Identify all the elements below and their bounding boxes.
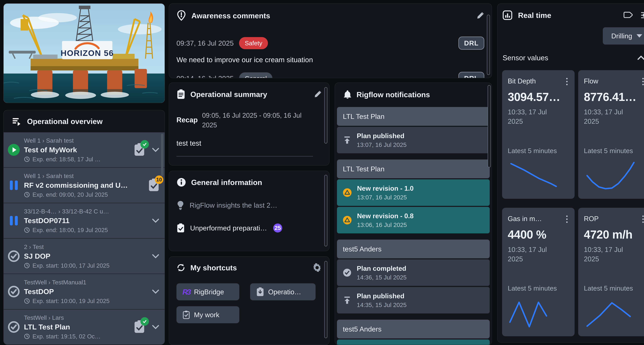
notification-title: Plan published — [357, 292, 406, 300]
chevron-down-icon — [152, 219, 159, 223]
edit-pencil-icon[interactable] — [314, 90, 322, 98]
gear-icon[interactable] — [312, 263, 322, 272]
item-meta: Exp. start: 19:15, 02 Oc… — [24, 333, 133, 340]
notification-title: Plan completed — [357, 265, 406, 272]
scrollbar[interactable] — [488, 85, 491, 167]
sensor-value: 3094.57… — [508, 90, 569, 104]
tune-sliders-icon[interactable] — [640, 10, 644, 20]
section-label: Sensor values — [502, 53, 548, 62]
expand-chevron[interactable] — [150, 219, 161, 223]
kebab-menu-icon[interactable] — [565, 77, 569, 86]
scrollbar[interactable] — [324, 87, 328, 144]
my-work-shortcut-button[interactable]: My work — [176, 306, 239, 323]
sensor-card: Bit Depth 3094.57… 10:33, 17 Jul 2025 La… — [502, 70, 574, 199]
list-item[interactable]: TestWell › TestManual1 TestDOP Exp. star… — [4, 274, 164, 309]
item-title: LTL Test Plan — [24, 323, 133, 331]
shortcuts-header: My shortcuts — [176, 263, 322, 272]
awareness-comments-panel: Awareness comments 09:37, 16 Jul 2025 Sa… — [169, 3, 492, 78]
sensor-timestamp: 10:33, 17 Jul 2025 — [508, 245, 560, 264]
item-meta: Exp. end: 18:58, 17 Jul … — [24, 156, 133, 163]
notification-group-header: test5 Anders — [337, 320, 490, 339]
panel-title: Rigflow notifications — [356, 90, 430, 99]
notification-item[interactable]: New revision - 0.8 13:06, 16 Jul 2025 — [337, 207, 490, 233]
notification-time: 14:35, 15 Jul 2025 — [357, 301, 406, 309]
notification-item[interactable]: Plan published 14:35, 15 Jul 2025 — [337, 287, 490, 314]
divider — [176, 156, 313, 157]
insights-row[interactable]: RigFlow insights the last 2… — [176, 201, 322, 210]
sensor-group-select[interactable]: Drilling — [603, 27, 644, 44]
info-icon — [176, 177, 186, 187]
list-item[interactable]: 2 › Test SJ DOP Exp. start: 10:00, 17 Ju… — [4, 238, 164, 274]
expand-chevron[interactable] — [150, 148, 161, 152]
notification-text: New revision - 1.0 13:07, 16 Jul 2025 — [357, 184, 414, 201]
general-information-panel: General information RigFlow insights the… — [169, 171, 330, 251]
sensor-range: Latest 5 minutes — [584, 147, 644, 155]
card-header: ROP — [584, 215, 644, 224]
breadcrumb: TestWell › Lars — [24, 314, 133, 321]
count-badge: 25 — [273, 224, 282, 233]
publish-icon — [342, 296, 352, 305]
sensor-cards: Bit Depth 3094.57… 10:33, 17 Jul 2025 La… — [502, 70, 644, 336]
unperformed-row[interactable]: Unperformed preparati… 25 — [176, 223, 322, 233]
expand-chevron[interactable] — [150, 325, 161, 329]
expand-chevron[interactable] — [150, 254, 161, 258]
summary-column: Operational summary Recap 09:05, 16 Jul … — [169, 82, 330, 345]
notification-item[interactable]: Plan published 13:07, 16 Jul 2025 — [337, 127, 490, 153]
sensor-name: Gas in m… — [508, 215, 542, 223]
notification-time: 13:06, 16 Jul 2025 — [357, 221, 414, 228]
rigbridge-shortcut-button[interactable]: R3 RigBridge — [176, 283, 239, 300]
sensor-timestamp: 10:33, 17 Jul 2025 — [508, 107, 560, 126]
notification-item[interactable]: New revision - 1.0 13:07, 16 Jul 2025 — [337, 179, 490, 206]
item-title: TestDOP — [24, 287, 150, 296]
collapse-chevron-icon[interactable] — [638, 56, 644, 60]
item-text: 2 › Test SJ DOP Exp. start: 10:00, 17 Ju… — [24, 243, 150, 269]
breadcrumb: 33/12-B-4… › 33/12-B-42 C u… — [24, 208, 150, 215]
breadcrumb: Well 1 › Sarah test — [24, 172, 147, 179]
next-notification-peek — [337, 340, 490, 345]
operational-overview-panel: Operational overview Well 1 › Sarah test… — [3, 110, 165, 345]
notifications-header: Rigflow notifications — [344, 90, 490, 99]
scrollbar[interactable] — [324, 175, 328, 246]
kebab-menu-icon[interactable] — [641, 77, 644, 86]
list-item[interactable]: Well 1 › Sarah test RF v2 commissioning … — [4, 167, 164, 203]
recap-row: Recap 09:05, 16 Jul 2025 - 09:05, 16 Jul… — [176, 111, 322, 130]
recap-label: Recap — [176, 116, 198, 124]
clock-icon — [24, 263, 30, 269]
notification-time: 13:07, 16 Jul 2025 — [357, 141, 406, 148]
scrollbar[interactable] — [324, 261, 328, 338]
clipboard-check-outline-icon — [182, 310, 190, 319]
warning-icon — [342, 188, 352, 197]
notification-item[interactable]: Plan completed 14:36, 15 Jul 2025 — [337, 259, 490, 286]
checklist-status: 10 — [147, 178, 160, 192]
check-badge-icon — [140, 317, 149, 326]
list-item[interactable]: Well 1 › Sarah test Test of MyWork Exp. … — [4, 132, 164, 167]
scrollbar[interactable] — [487, 15, 490, 75]
sensor-timestamp: 10:33, 17 Jul 2025 — [584, 107, 637, 126]
edit-pencil-icon[interactable] — [476, 11, 484, 19]
completed-status-icon — [4, 250, 24, 262]
item-text: Well 1 › Sarah test Test of MyWork Exp. … — [24, 137, 133, 163]
middle-column: Awareness comments 09:37, 16 Jul 2025 Sa… — [169, 3, 492, 345]
notification-text: Plan completed 14:36, 15 Jul 2025 — [357, 265, 406, 281]
expand-chevron[interactable] — [150, 290, 161, 294]
scrollbar[interactable] — [161, 134, 163, 176]
kebab-menu-icon[interactable] — [565, 215, 569, 224]
pin-alert-icon — [176, 10, 186, 21]
summary-header: Operational summary — [176, 89, 322, 99]
list-item[interactable]: 33/12-B-4… › 33/12-B-42 C u… TestDOP0711… — [4, 203, 164, 238]
count-badge: 10 — [155, 175, 163, 184]
kebab-menu-icon[interactable] — [641, 215, 644, 224]
sensor-value: 4720 m/h — [584, 228, 644, 241]
operations-shortcut-button[interactable]: Operatio… — [250, 283, 316, 300]
breadcrumb: 2 › Test — [24, 243, 150, 250]
list-item[interactable]: TestWell › Lars LTL Test Plan Exp. start… — [4, 309, 164, 345]
breadcrumb: TestWell › TestManual1 — [24, 279, 150, 286]
sparkline-chart — [584, 296, 638, 330]
panel-title: Operational summary — [190, 90, 267, 99]
checklist-status — [133, 320, 146, 334]
sensor-range: Latest 5 minutes — [508, 284, 569, 292]
comment-time: 09:14, 16 Jul 2025 — [176, 74, 234, 78]
middle-lower-row: Operational summary Recap 09:05, 16 Jul … — [169, 82, 492, 345]
card-header: Bit Depth — [508, 77, 569, 86]
tag-icon[interactable] — [624, 11, 633, 19]
